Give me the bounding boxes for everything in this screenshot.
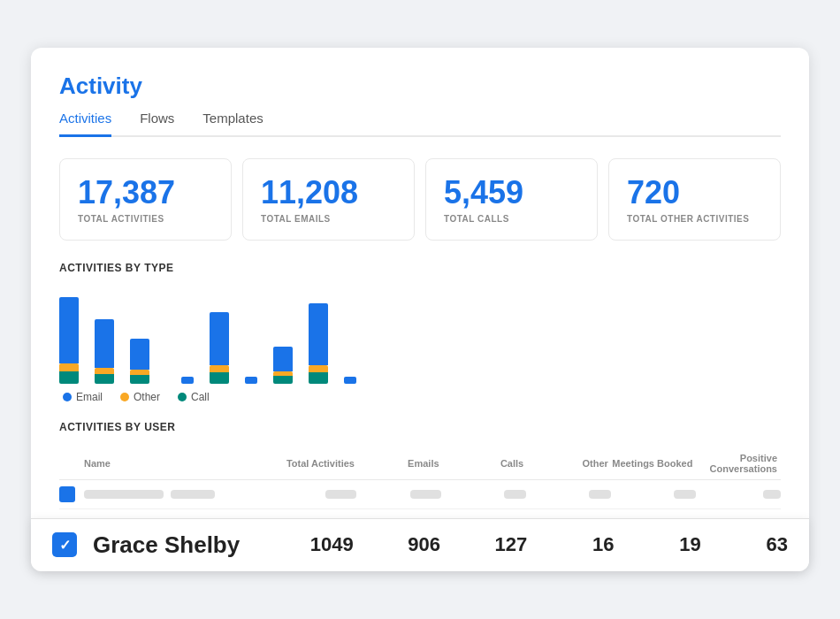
stat-total-other: 720 TOTAL OTHER ACTIVITIES xyxy=(608,158,781,241)
col-header-other: Other xyxy=(523,458,608,469)
tab-flows[interactable]: Flows xyxy=(140,111,174,137)
legend-email-label: Email xyxy=(76,391,103,403)
legend-other-label: Other xyxy=(134,391,160,403)
bar-group-6 xyxy=(245,287,257,384)
legend-call-label: Call xyxy=(191,391,210,403)
stat-number-other: 720 xyxy=(627,175,762,210)
bar-group-5 xyxy=(210,312,229,384)
stat-total-calls: 5,459 TOTAL CALLS xyxy=(425,158,598,241)
user-name: Grace Shelby xyxy=(93,531,267,559)
stat-label-calls: TOTAL CALLS xyxy=(444,214,579,224)
row-checkbox[interactable]: ✓ xyxy=(52,532,77,557)
chart-title: ACTIVITIES BY TYPE xyxy=(59,262,781,274)
user-calls: 127 xyxy=(440,533,527,556)
stat-number-emails: 11,208 xyxy=(261,175,396,210)
col-header-conversations: Positive Conversations xyxy=(692,453,781,474)
chart-legend: Email Other Call xyxy=(63,391,781,403)
col-header-emails: Emails xyxy=(355,458,439,469)
legend-call-dot xyxy=(178,393,187,401)
col-header-total: Total Activities xyxy=(270,458,355,469)
stat-label-activities: TOTAL ACTIVITIES xyxy=(78,214,213,224)
col-header-name: Name xyxy=(59,458,270,469)
table-header: Name Total Activities Emails Calls Other… xyxy=(59,446,781,480)
user-emails: 906 xyxy=(354,533,440,556)
checkmark-icon: ✓ xyxy=(59,537,71,554)
stat-total-activities: 17,387 TOTAL ACTIVITIES xyxy=(59,158,232,241)
tab-activities[interactable]: Activities xyxy=(59,111,111,137)
user-total-activities: 1049 xyxy=(267,533,354,556)
activities-by-user-table: ACTIVITIES BY USER Name Total Activities… xyxy=(59,421,781,509)
stat-number-calls: 5,459 xyxy=(444,175,579,210)
bar-group-1 xyxy=(59,297,79,384)
bar-group-9 xyxy=(344,287,356,384)
col-header-meetings: Meetings Booked xyxy=(608,458,693,469)
user-other: 16 xyxy=(527,533,614,556)
stat-label-emails: TOTAL EMAILS xyxy=(261,214,396,224)
stat-total-emails: 11,208 TOTAL EMAILS xyxy=(242,158,415,241)
legend-other: Other xyxy=(120,391,160,403)
table-row-placeholder-1[interactable] xyxy=(59,480,781,509)
bar-group-2 xyxy=(95,319,114,384)
bar-group-4 xyxy=(165,287,194,384)
bar-group-3 xyxy=(130,339,149,384)
legend-email-dot xyxy=(63,393,72,401)
tabs: Activities Flows Templates xyxy=(59,111,781,137)
tab-templates[interactable]: Templates xyxy=(202,111,263,137)
col-header-calls: Calls xyxy=(439,458,524,469)
bar-group-8 xyxy=(309,303,328,384)
activities-by-type-chart: ACTIVITIES BY TYPE xyxy=(59,262,781,403)
stat-label-other: TOTAL OTHER ACTIVITIES xyxy=(627,214,762,224)
page-title: Activity xyxy=(59,73,781,100)
stat-number-activities: 17,387 xyxy=(78,175,213,210)
main-card: Activity Activities Flows Templates 17,3… xyxy=(31,48,809,571)
stats-row: 17,387 TOTAL ACTIVITIES 11,208 TOTAL EMA… xyxy=(59,158,781,241)
user-positive-conversations: 63 xyxy=(701,533,788,556)
legend-call: Call xyxy=(178,391,210,403)
legend-other-dot xyxy=(120,393,129,401)
user-meetings-booked: 19 xyxy=(615,533,701,556)
table-title: ACTIVITIES BY USER xyxy=(59,421,781,433)
legend-email: Email xyxy=(63,391,103,403)
bar-group-7 xyxy=(273,347,293,384)
highlighted-user-row[interactable]: ✓ Grace Shelby 1049 906 127 16 19 63 xyxy=(31,518,809,571)
bars-container xyxy=(59,287,781,384)
